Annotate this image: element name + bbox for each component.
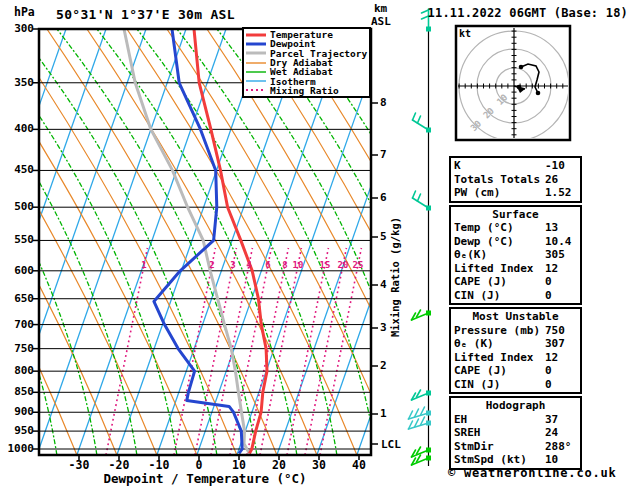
stats-row: θₑ (K)307 [454, 337, 577, 351]
dewpoint-curve [154, 29, 242, 454]
wind-barb-stroke [413, 198, 429, 208]
stats-row-label: Lifted Index [454, 262, 545, 276]
legend-box: TemperatureDewpointParcel TrajectoryDry … [242, 27, 371, 98]
km-tick-label: 5 [380, 230, 387, 243]
wind-barb-stroke [413, 120, 429, 130]
km-tick-label: 1 [380, 407, 387, 420]
temp-tick-label: 30 [302, 458, 336, 472]
temp-tick-label: 40 [342, 458, 376, 472]
stats-section-surface: SurfaceTemp (°C)13Dewp (°C)10.4θₑ(K)305L… [449, 205, 582, 306]
stats-row: CAPE (J)0 [454, 364, 577, 378]
legend-swatch-dewpoint [246, 40, 266, 48]
stats-row-value: 307 [545, 337, 577, 351]
stats-row-label: Lifted Index [454, 351, 545, 365]
stats-row: CIN (J)0 [454, 378, 577, 392]
stats-row-value: -10 [545, 159, 577, 173]
temp-tick-label: 20 [262, 458, 296, 472]
temp-tick-label: -20 [102, 458, 136, 472]
mixing-ratio-value-label: 10 [289, 260, 307, 270]
stats-row-label: CAPE (J) [454, 275, 545, 289]
stats-row: Temp (°C)13 [454, 221, 577, 235]
stats-row: SREH24 [454, 426, 577, 440]
skewt-sounding-page: 102030 hPa 50°31'N 1°37'E 30m ASL km ASL… [0, 0, 629, 486]
stats-row-value: 0 [545, 289, 577, 303]
pressure-tick-label: 300 [2, 22, 34, 35]
stats-row-value: 750 [545, 324, 577, 338]
isotherm-line [37, 29, 186, 455]
stats-row: K-10 [454, 159, 577, 173]
pressure-tick-label: 500 [2, 200, 34, 213]
temp-tick-label: -30 [62, 458, 96, 472]
hodograph-unit-label: kt [459, 28, 471, 39]
temp-tick-label: 10 [222, 458, 256, 472]
stats-row-value: 0 [545, 364, 577, 378]
pressure-tick-label: 850 [2, 385, 34, 398]
legend-label: Wet Adiabat [270, 67, 333, 76]
pressure-tick-label: 1000 [2, 442, 34, 455]
pressure-tick-label: 900 [2, 405, 34, 418]
stats-section-most-unstable: Most UnstablePressure (mb)750θₑ (K)307Li… [449, 307, 582, 394]
stats-row-label: PW (cm) [454, 186, 545, 200]
mixing-ratio-axis-title: Mixing Ratio (g/kg) [389, 212, 401, 342]
stats-row-label: K [454, 159, 545, 173]
legend-swatch-wet-adiabat [246, 68, 266, 76]
stats-row-value: 288° [545, 440, 577, 454]
wind-barb [409, 407, 432, 419]
mixing-ratio-value-label: 6 [259, 260, 277, 270]
stats-row-value: 305 [545, 248, 577, 262]
pressure-tick-label: 350 [2, 76, 34, 89]
stats-row: Totals Totals26 [454, 173, 577, 187]
pressure-tick-label: 650 [2, 292, 34, 305]
mixing-ratio-value-label: 4 [240, 260, 258, 270]
legend-swatch-parcel-trajectory [246, 49, 266, 57]
km-tick-label: 3 [380, 321, 387, 334]
mixing-ratio-value-label: 1 [135, 260, 153, 270]
stats-row-label: Temp (°C) [454, 221, 545, 235]
wind-barb-stroke [413, 191, 416, 198]
stats-row-value: 24 [545, 426, 577, 440]
stats-row: CAPE (J)0 [454, 275, 577, 289]
wind-barb-stroke [413, 113, 416, 120]
stats-row: Pressure (mb)750 [454, 324, 577, 338]
temp-tick-label: -10 [142, 458, 176, 472]
stats-section-header: Hodograph [454, 399, 577, 413]
pressure-tick-label: 950 [2, 424, 34, 437]
wind-barb-stroke [418, 194, 421, 201]
stats-row-label: θₑ(K) [454, 248, 545, 262]
stats-row: EH37 [454, 413, 577, 427]
km-tick-label: 2 [380, 359, 387, 372]
pressure-tick-label: 750 [2, 342, 34, 355]
stats-section: K-10Totals Totals26PW (cm)1.52 [449, 156, 582, 203]
stats-row: Lifted Index12 [454, 262, 577, 276]
stats-row-label: CIN (J) [454, 378, 545, 392]
mixing-ratio-value-label: 2 [203, 260, 221, 270]
stats-row: StmDir288° [454, 440, 577, 454]
lcl-label: LCL [381, 438, 401, 451]
stats-row-label: SREH [454, 426, 545, 440]
stats-row: Lifted Index12 [454, 351, 577, 365]
stats-row-value: 1.52 [545, 186, 577, 200]
pressure-tick-label: 700 [2, 318, 34, 331]
pressure-tick-label: 600 [2, 264, 34, 277]
pressure-tick-label: 450 [2, 163, 34, 176]
stats-row-value: 10 [545, 453, 577, 467]
stats-row-label: θₑ (K) [454, 337, 545, 351]
stats-panel: K-10Totals Totals26PW (cm)1.52SurfaceTem… [449, 156, 582, 472]
km-tick-label: 7 [380, 148, 387, 161]
stats-row-value: 13 [545, 221, 577, 235]
stats-row-label: Dewp (°C) [454, 235, 545, 249]
stats-row-value: 37 [545, 413, 577, 427]
hodograph-trace-dot [536, 91, 541, 96]
stats-row-label: EH [454, 413, 545, 427]
stats-row-value: 0 [545, 378, 577, 392]
valid-datetime-label: 11.11.2022 06GMT (Base: 18) [400, 6, 628, 20]
legend-swatch-temperature [246, 31, 266, 39]
pressure-tick-label: 400 [2, 122, 34, 135]
legend-swatch-isotherm [246, 77, 266, 85]
stats-row-label: StmSpd (kt) [454, 453, 545, 467]
stats-row-label: Pressure (mb) [454, 324, 545, 338]
km-tick-label: 4 [380, 278, 387, 291]
stats-section-header: Surface [454, 208, 577, 222]
mixing-ratio-line [287, 248, 328, 455]
stats-row: StmSpd (kt)10 [454, 453, 577, 467]
